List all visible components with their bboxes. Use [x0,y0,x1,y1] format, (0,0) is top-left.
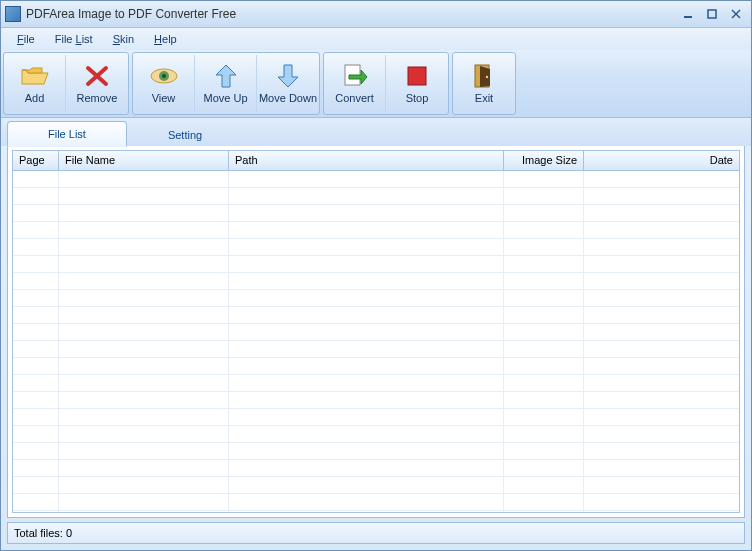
convert-button[interactable]: Convert [324,55,386,112]
content-area: Page File Name Path Image Size Date [7,146,745,518]
col-filename[interactable]: File Name [59,151,229,170]
table-body[interactable] [13,171,739,512]
toolbar: Add Remove View Move Up [1,50,751,118]
app-window: PDFArea Image to PDF Converter Free File… [0,0,752,551]
close-button[interactable] [725,5,747,23]
statusbar: Total files: 0 [7,522,745,544]
col-page[interactable]: Page [13,151,59,170]
arrow-down-icon [273,63,303,89]
col-date[interactable]: Date [584,151,739,170]
minimize-button[interactable] [677,5,699,23]
file-table: Page File Name Path Image Size Date [12,150,740,513]
convert-icon [340,63,370,89]
exit-door-icon [469,63,499,89]
add-button[interactable]: Add [4,55,66,112]
close-icon [731,9,741,19]
table-row[interactable] [13,443,739,460]
svg-rect-1 [708,10,716,18]
svg-rect-10 [408,67,426,85]
table-row[interactable] [13,222,739,239]
maximize-icon [707,9,717,19]
folder-open-icon [20,63,50,89]
exit-label: Exit [475,92,493,104]
status-total: Total files: 0 [14,527,72,539]
window-controls [677,5,747,23]
titlebar: PDFArea Image to PDF Converter Free [1,1,751,28]
menu-skin[interactable]: Skin [105,31,142,47]
moveup-label: Move Up [203,92,247,104]
table-row[interactable] [13,188,739,205]
menu-filelist[interactable]: File List [47,31,101,47]
minimize-icon [683,9,693,19]
remove-button[interactable]: Remove [66,55,128,112]
table-row[interactable] [13,205,739,222]
table-row[interactable] [13,358,739,375]
delete-x-icon [82,63,112,89]
table-row[interactable] [13,392,739,409]
toolbar-group-4: Exit [452,52,516,115]
tab-filelist[interactable]: File List [7,121,127,147]
table-row[interactable] [13,460,739,477]
movedown-label: Move Down [259,92,317,104]
table-row[interactable] [13,511,739,512]
toolbar-group-1: Add Remove [3,52,129,115]
add-label: Add [25,92,45,104]
remove-label: Remove [77,92,118,104]
table-row[interactable] [13,290,739,307]
stop-button[interactable]: Stop [386,55,448,112]
exit-button[interactable]: Exit [453,55,515,112]
svg-point-12 [486,76,488,78]
table-row[interactable] [13,273,739,290]
table-row[interactable] [13,341,739,358]
toolbar-group-2: View Move Up Move Down [132,52,320,115]
view-button[interactable]: View [133,55,195,112]
table-row[interactable] [13,477,739,494]
menubar: File File List Skin Help [1,28,751,50]
stop-icon [402,63,432,89]
moveup-button[interactable]: Move Up [195,55,257,112]
table-row[interactable] [13,307,739,324]
arrow-up-icon [211,63,241,89]
app-icon [5,6,21,22]
maximize-button[interactable] [701,5,723,23]
table-header: Page File Name Path Image Size Date [13,151,739,171]
tab-setting[interactable]: Setting [127,122,243,147]
svg-point-8 [162,74,166,78]
convert-label: Convert [335,92,374,104]
menu-help[interactable]: Help [146,31,185,47]
table-row[interactable] [13,375,739,392]
toolbar-group-3: Convert Stop [323,52,449,115]
window-title: PDFArea Image to PDF Converter Free [26,7,677,21]
eye-icon [149,63,179,89]
table-row[interactable] [13,426,739,443]
tabbar: File List Setting [1,118,751,146]
movedown-button[interactable]: Move Down [257,55,319,112]
view-label: View [152,92,176,104]
table-row[interactable] [13,409,739,426]
table-row[interactable] [13,171,739,188]
menu-file[interactable]: File [9,31,43,47]
table-row[interactable] [13,256,739,273]
table-row[interactable] [13,494,739,511]
table-row[interactable] [13,324,739,341]
col-path[interactable]: Path [229,151,504,170]
col-imagesize[interactable]: Image Size [504,151,584,170]
table-row[interactable] [13,239,739,256]
stop-label: Stop [406,92,429,104]
